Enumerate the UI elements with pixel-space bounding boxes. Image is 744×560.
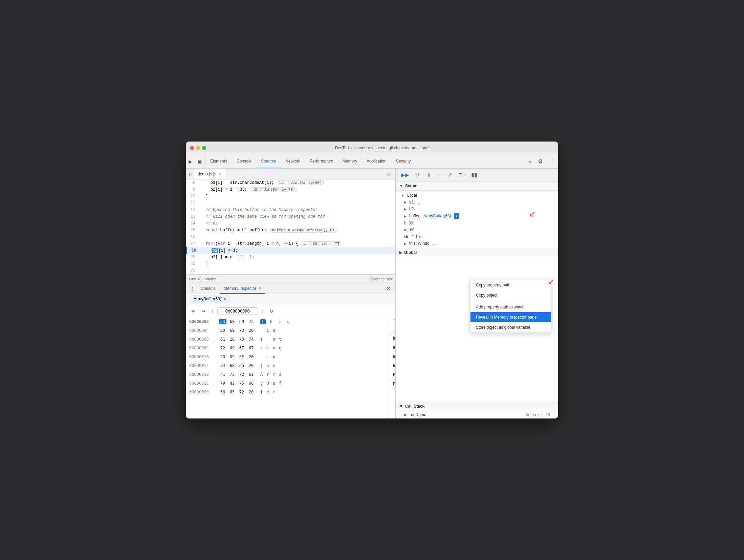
scope-item-i: i: 39 [396, 220, 558, 227]
scope-panel: ▼ Scope ▼ Local ▶ b1: … ▶ b2: [396, 181, 558, 402]
hex-row-7: 0000001C 79 42 75 66 y B u f [186, 379, 389, 388]
bottom-panel: ⋮ Console Memory Inspector ✕ ✕ Ar [186, 283, 395, 418]
source-file-tab[interactable]: demo-js.js ✕ [194, 169, 225, 179]
refresh-button[interactable]: ↻ [267, 307, 276, 315]
call-stack-section: ▼ Call Stack ▶ runDemo demo-js.js:18 [396, 402, 558, 418]
close-button[interactable] [190, 146, 194, 150]
reload-button[interactable]: ⟳ [413, 171, 422, 179]
bottom-panel-close[interactable]: ✕ [384, 285, 393, 292]
di-row-int8: Integer 8-bit dec ▾ 84 [389, 334, 395, 343]
scope-local-header[interactable]: ▼ Local [396, 192, 558, 199]
maximize-button[interactable] [202, 146, 206, 150]
di-row-float32: Float 32-bit dec ▾ 3992806227968.00 [389, 370, 395, 380]
context-menu: Copy property path Copy object Add prope… [470, 280, 551, 333]
resume-button[interactable]: ▶▶ [398, 170, 411, 179]
left-panel: ▷ demo-js.js ✕ ▷ 8 b1[i] = str.charCodeA… [186, 169, 396, 418]
code-line-21: 21 [186, 267, 395, 274]
memory-inspector-content: 00000000 54 68 69 73 T h [186, 317, 395, 418]
tab-application[interactable]: Application [362, 154, 391, 168]
context-menu-store-global[interactable]: Store object as global variable [471, 322, 551, 332]
hex-row-3: 0000000C 72 69 6E 67 r i n g [186, 344, 389, 352]
address-input[interactable] [217, 307, 258, 315]
context-menu-copy-path[interactable]: Copy property path [471, 280, 551, 290]
context-menu-reveal-memory[interactable]: Reveal in Memory Inspector panel [471, 312, 551, 322]
tab-network[interactable]: Network [281, 154, 305, 168]
tab-elements[interactable]: Elements [205, 154, 232, 168]
pause-on-exceptions-button[interactable]: ▮▮ [469, 170, 480, 179]
tab-sources[interactable]: Sources [256, 154, 281, 168]
context-menu-add-watch[interactable]: Add property path to watch [471, 302, 551, 312]
scope-local-section: ▼ Local ▶ b1: … ▶ b2: … ▶ [396, 191, 558, 248]
more-tabs-button[interactable]: » [525, 154, 534, 168]
memory-inspector-panel: ArrayBuffer(60) ✕ ↩ ↪ ‹ › ↻ [186, 294, 395, 418]
next-address-button[interactable]: › [260, 307, 266, 315]
tab-memory-inspector[interactable]: Memory Inspector ✕ [220, 283, 265, 294]
hex-row-4: 00000010 20 69 6E 20 i n [186, 352, 389, 361]
right-panel: ▶▶ ⟳ ⇓ ↑ ↗ ☰━ ▮▮ ▼ Scope ▼ Local [396, 169, 558, 418]
step-into-button[interactable]: ↑ [435, 171, 443, 179]
hex-row-8: 00000020 66 65 72 20 f e r [186, 388, 389, 396]
undo-button[interactable]: ↩ [189, 307, 197, 315]
di-row-int16: Integer 16-bit dec ▾ 21608 [389, 343, 395, 352]
scope-item-str: str: "This [396, 233, 558, 240]
tab-console-bottom[interactable]: Console [197, 283, 220, 294]
debugger-toolbar: ▶▶ ⟳ ⇓ ↑ ↗ ☰━ ▮▮ [396, 169, 558, 181]
code-line-16: 16 [186, 234, 395, 240]
scope-header[interactable]: ▼ Scope [396, 181, 558, 191]
prev-address-button[interactable]: ‹ [210, 307, 215, 315]
source-tab-close[interactable]: ✕ [218, 172, 221, 176]
buffer-tab-close[interactable]: ✕ [223, 297, 226, 301]
scope-item-b2[interactable]: ▶ b2: … [396, 206, 558, 212]
status-bar: Line 18, Column 5 Coverage: n/a [186, 274, 395, 283]
scope-item-buffer[interactable]: ▶ buffer: ArrayBuffer(60) ● [396, 212, 558, 220]
file-navigator-icon[interactable]: ▷ [187, 172, 194, 176]
memory-inspector-tab-close[interactable]: ✕ [258, 286, 261, 290]
endian-selector[interactable]: Big Endian ▼ [393, 319, 395, 331]
tab-console[interactable]: Console [232, 154, 256, 168]
code-line-8: 8 b1[i] = str.charCodeAt(i); b1 = Uint8A… [186, 179, 395, 186]
di-row-int32: Integer 32-bit dec ▾ 1416128883 [389, 352, 395, 361]
hex-row-6: 00000018 41 72 72 61 A r r a [186, 370, 389, 379]
tab-security[interactable]: Security [391, 154, 415, 168]
tab-performance[interactable]: Performance [305, 154, 338, 168]
code-line-11: 11 [186, 200, 395, 207]
scope-global-header[interactable]: ▶ Global [396, 248, 558, 257]
bottom-tab-settings-icon[interactable]: ⋮ [188, 286, 197, 292]
scope-item-this[interactable]: ▶ this: Windo … [396, 240, 558, 247]
hex-row-5: 00000014 74 68 65 20 t h e [186, 361, 389, 370]
inspect-icon[interactable]: ▣ [195, 154, 205, 168]
deactivate-breakpoints-button[interactable]: ☰━ [456, 171, 467, 179]
step-out-button[interactable]: ↗ [445, 170, 454, 179]
more-options-icon[interactable]: ⋮ [546, 154, 558, 168]
code-line-18: 18 b1[i] = i; [186, 247, 395, 254]
minimize-button[interactable] [196, 146, 200, 150]
settings-icon[interactable]: ⚙ [534, 154, 546, 168]
call-stack-header[interactable]: ▼ Call Stack [396, 402, 558, 411]
call-stack-row-runDemo[interactable]: ▶ runDemo demo-js.js:18 [396, 411, 558, 418]
cursor-icon[interactable]: ▶ [186, 154, 195, 168]
context-menu-divider [471, 301, 551, 301]
array-buffer-tab[interactable]: ArrayBuffer(60) ✕ [191, 296, 229, 302]
scope-item-n: n: 60 [396, 227, 558, 233]
traffic-lights [190, 146, 206, 150]
data-inspector: Big Endian ▼ ⚙ Integer 8-bit dec ▾ [389, 317, 395, 418]
step-over-button[interactable]: ⇓ [424, 170, 433, 179]
code-line-10: 10 } [186, 193, 395, 200]
source-tab-nav[interactable]: ▷ [385, 171, 394, 177]
code-line-17: 17 for (var i = str.length; i < n; ++i) … [186, 240, 395, 247]
di-row-int64: Integer 64-bit dec ▾ 6082227239949792032 [389, 361, 395, 370]
code-line-19: 19 b2[i] = n - i - 1; [186, 254, 395, 261]
window-title: DevTools - memory-inspector.glitch.me/de… [210, 146, 554, 150]
memory-inspector-link-icon[interactable]: ● [454, 213, 459, 219]
context-menu-copy-object[interactable]: Copy object [471, 290, 551, 300]
data-inspector-toolbar: Big Endian ▼ ⚙ [389, 317, 395, 334]
hex-row-2: 00000008 61 20 73 74 a s t [186, 335, 389, 344]
code-line-20: 20 } [186, 261, 395, 267]
redo-button[interactable]: ↪ [199, 307, 207, 315]
buffer-tabs-row: ArrayBuffer(60) ✕ [186, 294, 395, 305]
code-area: 8 b1[i] = str.charCodeAt(i); b1 = Uint8A… [186, 179, 395, 274]
tab-memory[interactable]: Memory [338, 154, 362, 168]
source-filename: demo-js.js [198, 172, 216, 176]
titlebar: DevTools - memory-inspector.glitch.me/de… [186, 142, 558, 154]
scope-item-b1[interactable]: ▶ b1: … [396, 199, 558, 206]
